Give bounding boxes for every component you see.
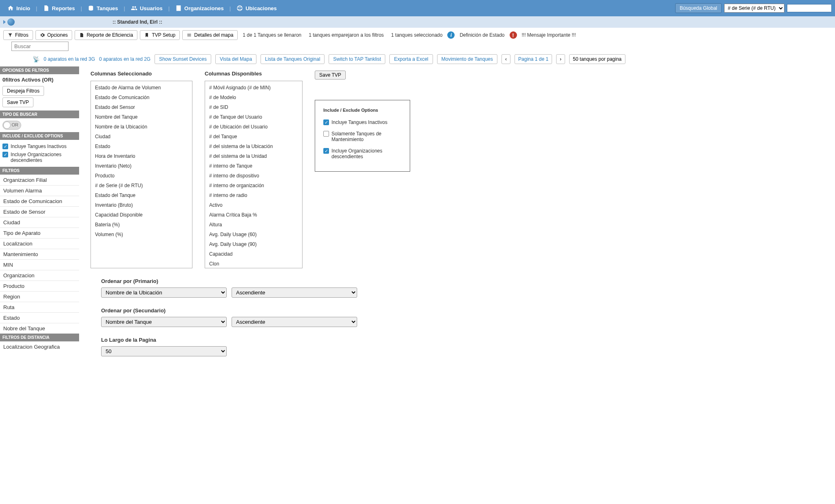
- sunset-devices-button[interactable]: Show Sunset Devices: [155, 54, 211, 64]
- page-length-select[interactable]: 50: [101, 346, 227, 356]
- list-item[interactable]: # del Tanque: [205, 132, 302, 141]
- list-item[interactable]: Inventario (Bruto): [91, 200, 192, 210]
- nav-usuarios[interactable]: Usuarios: [127, 5, 167, 11]
- movimiento-tanques-button[interactable]: Movimiento de Tanques: [437, 54, 498, 64]
- filter-item[interactable]: MIN: [0, 259, 79, 270]
- nav-inicio[interactable]: Inicio: [3, 5, 34, 11]
- list-item[interactable]: # del sistema de la Ubicación: [205, 141, 302, 151]
- nav-tanques[interactable]: Tanques: [84, 5, 122, 11]
- list-item[interactable]: Estado: [91, 141, 192, 151]
- list-item[interactable]: # interno de radio: [205, 190, 302, 200]
- detalles-mapa-button[interactable]: Detalles del mapa: [182, 30, 238, 40]
- tvp-setup-button[interactable]: TVP Setup: [140, 30, 180, 40]
- list-item[interactable]: Alarma Crítica Baja %: [205, 210, 302, 220]
- filter-item[interactable]: Estado de Comunicacion: [0, 196, 79, 206]
- list-item[interactable]: Producto: [91, 171, 192, 181]
- list-item[interactable]: Capacidad Disponible: [91, 210, 192, 220]
- filter-item[interactable]: Organizacion Filial: [0, 175, 79, 185]
- list-item[interactable]: Batería (%): [91, 220, 192, 230]
- sort-secondary-field-select[interactable]: Nombre del Tanque: [101, 317, 227, 327]
- nav-ubicaciones[interactable]: Ubicaciones: [232, 5, 281, 11]
- filter-item[interactable]: Estado: [0, 312, 79, 323]
- filter-item[interactable]: Localizacion: [0, 238, 79, 249]
- list-item[interactable]: Avg. Daily Usage (60): [205, 230, 302, 239]
- list-item[interactable]: Inventario (Neto): [91, 161, 192, 171]
- filter-item[interactable]: Tipo de Aparato: [0, 228, 79, 238]
- filter-item[interactable]: Volumen Alarma: [0, 185, 79, 196]
- list-item[interactable]: # Móvil Asignado (# de MIN): [205, 83, 302, 93]
- red-3g-link[interactable]: 0 aparatos en la red 3G: [44, 56, 95, 62]
- list-item[interactable]: Estado de Alarma de Volumen: [91, 83, 192, 93]
- list-item[interactable]: # de Ubicación del Usuario: [205, 122, 302, 132]
- filter-item[interactable]: Region: [0, 291, 79, 302]
- list-item[interactable]: # interno de organización: [205, 181, 302, 190]
- list-item[interactable]: Capacidad: [205, 249, 302, 259]
- sort-primary-dir-select[interactable]: Ascendiente: [232, 287, 357, 298]
- list-item[interactable]: Clon: [205, 259, 302, 268]
- lista-original-button[interactable]: Lista de Tanques Original: [261, 54, 325, 64]
- list-item[interactable]: Nombre de la Ubicación: [91, 122, 192, 132]
- search-input[interactable]: [11, 42, 68, 51]
- info-icon[interactable]: i: [447, 31, 455, 39]
- list-item[interactable]: # de Modelo: [205, 93, 302, 102]
- list-item[interactable]: Estado del Sensor: [91, 102, 192, 112]
- expand-icon[interactable]: [3, 20, 6, 24]
- or-toggle[interactable]: OR: [2, 121, 21, 130]
- definicion-estado-link[interactable]: Definición de Estado: [457, 32, 507, 38]
- list-item[interactable]: Activo: [205, 200, 302, 210]
- prev-page-button[interactable]: ‹: [501, 54, 510, 64]
- list-item[interactable]: Avg. Daily Usage (90): [205, 239, 302, 249]
- global-search-input[interactable]: [787, 4, 832, 12]
- filter-item[interactable]: Ciudad: [0, 217, 79, 228]
- check-incluye-organizaciones[interactable]: ✓ Incluye Organizaciones descendientes: [2, 150, 77, 164]
- available-columns-list[interactable]: # Móvil Asignado (# de MIN)# de Modelo# …: [205, 81, 303, 268]
- list-item[interactable]: Estado del Tanque: [91, 190, 192, 200]
- list-item[interactable]: Altura: [205, 220, 302, 230]
- filter-item[interactable]: Producto: [0, 281, 79, 291]
- list-item[interactable]: # de Serie (# de RTU): [91, 181, 192, 190]
- filter-item[interactable]: Organizacion: [0, 270, 79, 281]
- page-info[interactable]: Pagina 1 de 1: [515, 54, 552, 64]
- filter-item[interactable]: Estado de Sensor: [0, 206, 79, 217]
- mensaje-importante-link[interactable]: !!! Mensaje Importante !!!: [519, 32, 579, 38]
- per-page-button[interactable]: 50 tanques por pagina: [569, 54, 625, 64]
- inc-mantenimiento-check[interactable]: Solamente Tanques de Mantenimiento: [323, 130, 402, 144]
- filter-item[interactable]: Mantenimiento: [0, 249, 79, 259]
- alert-icon[interactable]: !: [510, 31, 517, 39]
- opciones-button[interactable]: Opciones: [35, 30, 73, 40]
- nav-reportes[interactable]: Reportes: [39, 5, 79, 11]
- filter-item[interactable]: Ruta: [0, 302, 79, 312]
- filter-item-geo[interactable]: Localizacion Geografica: [0, 341, 79, 352]
- search-type-select[interactable]: # de Serie (# de RTU): [724, 4, 784, 13]
- reporte-eficiencia-button[interactable]: Reporte de Eficiencia: [75, 30, 137, 40]
- list-item[interactable]: # interno de dispositivo: [205, 171, 302, 181]
- save-tvp-content-button[interactable]: Save TVP: [315, 71, 346, 80]
- inc-org-desc-check[interactable]: ✓ Incluye Organizaciones descendientes: [323, 147, 402, 161]
- next-page-button[interactable]: ›: [556, 54, 565, 64]
- selected-columns-list[interactable]: Estado de Alarma de VolumenEstado de Com…: [91, 81, 192, 268]
- list-item[interactable]: Estado de Comunicación: [91, 93, 192, 102]
- tap-tanklist-button[interactable]: Switch to TAP Tanklist: [329, 54, 385, 64]
- list-item[interactable]: Nombre del Tanque: [91, 112, 192, 122]
- inc-inactivos-check[interactable]: ✓ Incluye Tangues Inactivos: [323, 118, 402, 126]
- list-item[interactable]: # de SID: [205, 102, 302, 112]
- list-item[interactable]: Volumen (%): [91, 230, 192, 239]
- list-item[interactable]: # del sistema de la Unidad: [205, 151, 302, 161]
- list-item[interactable]: Hora de Inventario: [91, 151, 192, 161]
- list-item[interactable]: Ciudad: [91, 132, 192, 141]
- sort-secondary-dir-select[interactable]: Ascendiente: [232, 317, 357, 327]
- check-incluye-inactivos[interactable]: ✓ Incluye Tangues Inactivos: [2, 142, 77, 150]
- filter-item[interactable]: Nobre del Tanque: [0, 323, 79, 334]
- list-item[interactable]: # de Tanque del Usuario: [205, 112, 302, 122]
- nav-organizaciones[interactable]: Organizaciones: [171, 5, 228, 11]
- red-2g-link[interactable]: 0 aparatos en la red 2G: [99, 56, 150, 62]
- save-tvp-button[interactable]: Save TVP: [2, 97, 33, 107]
- global-search-button[interactable]: Búsqueda Global: [675, 3, 722, 13]
- filtros-button[interactable]: Filtros: [3, 30, 33, 40]
- list-item[interactable]: # interno de Tanque: [205, 161, 302, 171]
- sort-primary-field-select[interactable]: Nombre de la Ubicación: [101, 287, 227, 298]
- globe-icon[interactable]: [7, 18, 15, 26]
- vista-mapa-button[interactable]: Vista del Mapa: [215, 54, 256, 64]
- exporta-excel-button[interactable]: Exporta a Excel: [389, 54, 433, 64]
- despeja-filtros-button[interactable]: Despeja Filtros: [2, 86, 44, 96]
